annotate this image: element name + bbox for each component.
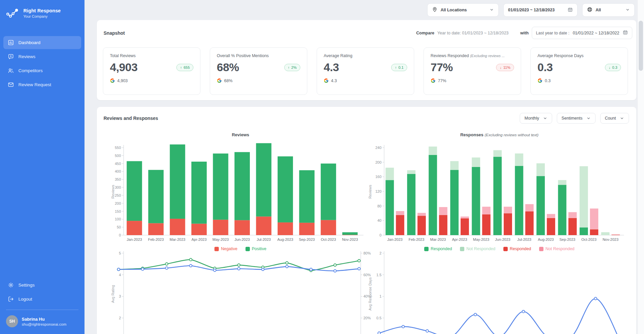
reviews-chart-title: Reviews xyxy=(110,132,371,138)
stat-label-note: (Excluding reviews ... xyxy=(470,54,505,58)
platform-selector[interactable]: All xyxy=(582,3,635,17)
filter-count[interactable]: Count xyxy=(600,113,629,124)
user-name: Sabrina Hu xyxy=(22,317,66,322)
chart-filters: MonthlySentimentsCount xyxy=(520,113,629,124)
stat-label: Average Response Days xyxy=(537,53,621,58)
svg-text:Jul-2023: Jul-2023 xyxy=(257,237,271,241)
stat-card-total-reviews: Total Reviews4,903↑6554,903 xyxy=(103,47,200,95)
compare-with-label: with xyxy=(520,31,529,35)
google-icon xyxy=(537,78,542,83)
user-profile[interactable]: SH Sabrina Hu shu@rightresponseai.com xyxy=(3,314,81,330)
sidebar-item-competitors[interactable]: Competitors xyxy=(3,64,81,77)
svg-text:Sep-2023: Sep-2023 xyxy=(299,237,315,241)
platform-selector-label: All xyxy=(596,8,601,12)
compare-previous-label: Last year to date : xyxy=(536,31,570,35)
svg-text:240: 240 xyxy=(375,146,381,150)
stat-label: Reviews Responded (Excluding reviews ... xyxy=(431,53,514,58)
brand-name: Right Response xyxy=(23,8,61,13)
svg-text:Oct-2023: Oct-2023 xyxy=(321,237,336,241)
svg-text:5: 5 xyxy=(119,251,121,255)
stat-google-value: 4,903 xyxy=(117,78,128,83)
svg-text:120: 120 xyxy=(375,189,381,193)
logout-icon xyxy=(8,296,14,302)
svg-text:Apr-2023: Apr-2023 xyxy=(191,237,206,241)
reviews-icon xyxy=(8,53,14,60)
responses-chart-plot: 04080120160200240ReviewsJan-2023Feb-2023… xyxy=(367,138,631,246)
location-pin-icon xyxy=(432,7,438,13)
svg-text:250: 250 xyxy=(115,193,121,197)
avatar: SH xyxy=(6,315,18,327)
svg-text:Nov-2023: Nov-2023 xyxy=(342,237,358,241)
svg-text:Sep-2023: Sep-2023 xyxy=(559,237,576,241)
svg-text:Feb-2023: Feb-2023 xyxy=(148,237,164,241)
responses-bar-chart: Responses (Excluding reviews without tex… xyxy=(367,130,631,251)
svg-text:1: 1 xyxy=(379,294,381,298)
svg-text:Apr-2023: Apr-2023 xyxy=(452,237,467,241)
google-icon xyxy=(431,78,436,83)
svg-text:Jul-2023: Jul-2023 xyxy=(517,237,531,241)
sidebar: Right Response Your Company DashboardRev… xyxy=(0,0,85,334)
svg-text:1.5: 1.5 xyxy=(376,273,381,277)
sidebar-item-settings[interactable]: Settings xyxy=(3,279,81,292)
sidebar-item-reviews[interactable]: Reviews xyxy=(3,50,81,63)
stat-google-value: 68% xyxy=(224,78,232,83)
svg-text:200: 200 xyxy=(115,201,121,205)
avg-rating-line-chart: 543280%60%40%20%Avg Rating xyxy=(110,247,371,334)
google-icon xyxy=(324,78,329,83)
svg-text:80: 80 xyxy=(377,204,381,208)
stat-value: 4,903 xyxy=(110,61,138,74)
location-selector-label: All Locations xyxy=(441,8,467,12)
svg-text:500: 500 xyxy=(115,154,121,158)
chevron-down-icon xyxy=(620,116,624,121)
date-range-value: 01/01/2023 ~ 12/18/2023 xyxy=(508,8,554,12)
date-range-picker[interactable]: 01/01/2023 ~ 12/18/2023 xyxy=(503,3,578,17)
google-icon xyxy=(217,78,222,83)
svg-text:Reviews: Reviews xyxy=(368,185,372,199)
compare-label: Compare xyxy=(416,31,434,35)
chevron-down-icon xyxy=(586,116,591,121)
svg-text:3: 3 xyxy=(119,294,121,298)
stat-delta-badge: ↑655 xyxy=(176,64,193,71)
sidebar-nav: DashboardReviewsCompetitorsReview Reques… xyxy=(0,36,85,91)
stat-value: 68% xyxy=(217,61,239,74)
scrollbar-track[interactable] xyxy=(637,0,644,334)
svg-text:0: 0 xyxy=(119,233,121,237)
avg-response-days-line-chart: 21.510.5Avg Response Days xyxy=(367,247,631,334)
stat-card-average-response-days: Average Response Days0.3↓0.30.3 xyxy=(530,47,628,95)
location-selector[interactable]: All Locations xyxy=(427,3,499,17)
scrollbar-thumb[interactable] xyxy=(639,21,643,71)
svg-text:2: 2 xyxy=(119,316,121,320)
svg-text:Avg Rating: Avg Rating xyxy=(111,285,115,303)
stat-label: Overall % Positive Mentions xyxy=(217,53,300,58)
stat-label: Average Rating xyxy=(324,53,407,58)
stat-card-reviews-responded: Reviews Responded (Excluding reviews ...… xyxy=(424,47,521,95)
sidebar-item-dashboard[interactable]: Dashboard xyxy=(3,36,81,49)
google-icon xyxy=(110,78,115,83)
svg-text:550: 550 xyxy=(115,146,121,150)
svg-text:Jan-2023: Jan-2023 xyxy=(387,237,402,241)
review-request-icon xyxy=(8,81,14,88)
sidebar-item-logout[interactable]: Logout xyxy=(3,293,81,306)
stat-value: 0.3 xyxy=(537,61,553,74)
stat-card-overall-positive-mentions: Overall % Positive Mentions68%↑2%68% xyxy=(210,47,307,95)
globe-icon xyxy=(587,7,593,13)
stat-delta-badge: ↓11% xyxy=(496,64,514,71)
stat-google-value: 0.3 xyxy=(545,78,550,83)
svg-text:350: 350 xyxy=(115,177,121,181)
chevron-down-icon xyxy=(489,7,494,13)
compare-previous-range: 01/01/2022 ~ 12/18/2022 xyxy=(573,31,619,35)
stat-label: Total Reviews xyxy=(110,53,193,58)
calendar-icon xyxy=(568,7,573,13)
stat-google-value: 4.3 xyxy=(331,78,337,83)
svg-text:50: 50 xyxy=(117,225,121,229)
filter-monthly[interactable]: Monthly xyxy=(520,113,552,124)
sidebar-item-review-request[interactable]: Review Request xyxy=(3,78,81,91)
svg-text:Aug-2023: Aug-2023 xyxy=(277,237,293,241)
arrow-up-icon: ↑ xyxy=(395,65,397,69)
svg-text:Jun-2023: Jun-2023 xyxy=(495,237,510,241)
stat-card-average-rating: Average Rating4.3↑0.14.3 xyxy=(317,47,414,95)
arrow-up-icon: ↑ xyxy=(288,65,290,69)
filter-sentiments[interactable]: Sentiments xyxy=(557,113,596,124)
compare-previous-picker[interactable]: Last year to date : 01/01/2022 ~ 12/18/2… xyxy=(532,27,632,39)
stat-google-value: 77% xyxy=(438,78,446,83)
